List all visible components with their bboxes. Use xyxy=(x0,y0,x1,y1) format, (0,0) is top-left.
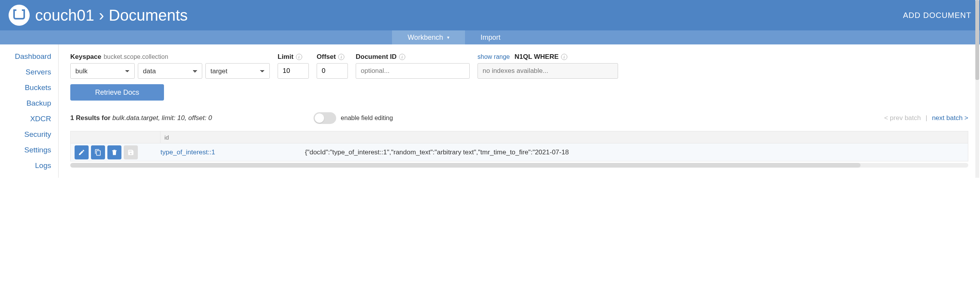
limit-label: Limit i xyxy=(278,53,309,61)
info-icon[interactable]: i xyxy=(338,54,344,60)
enable-field-editing-label: enable field editing xyxy=(341,115,393,122)
document-id-input[interactable] xyxy=(356,63,470,79)
tab-bar: Workbench ▾ Import xyxy=(0,30,980,44)
enable-field-editing-toggle[interactable] xyxy=(314,112,336,124)
batch-divider: | xyxy=(925,114,927,122)
sidebar-item-security[interactable]: Security xyxy=(24,130,51,139)
horizontal-scrollbar[interactable] xyxy=(70,163,968,168)
offset-input[interactable] xyxy=(317,63,348,79)
sidebar-item-backup[interactable]: Backup xyxy=(27,99,51,108)
delete-icon[interactable] xyxy=(107,145,121,159)
tab-workbench[interactable]: Workbench ▾ xyxy=(392,30,465,44)
collection-select[interactable]: target xyxy=(205,63,270,79)
sidebar-item-buckets[interactable]: Buckets xyxy=(25,83,51,92)
scope-select[interactable]: data xyxy=(138,63,202,79)
tab-import-label: Import xyxy=(481,34,501,42)
sidebar-item-servers[interactable]: Servers xyxy=(26,68,51,76)
keyspace-label: Keyspace bucket.scope.collection xyxy=(70,53,270,61)
results-summary: 1 Results for bulk.data.target, limit: 1… xyxy=(70,114,212,122)
add-document-button[interactable]: ADD DOCUMENT xyxy=(903,11,971,20)
sidebar-item-dashboard[interactable]: Dashboard xyxy=(15,52,51,61)
sidebar-item-settings[interactable]: Settings xyxy=(24,146,51,154)
save-icon xyxy=(124,145,138,159)
table-row: type_of_interest::1 {"docId":"type_of_in… xyxy=(70,143,968,161)
row-json-preview: {"docId":"type_of_interest::1","random_t… xyxy=(305,149,968,156)
tab-import[interactable]: Import xyxy=(465,30,516,44)
info-icon[interactable]: i xyxy=(399,54,405,60)
tab-workbench-label: Workbench xyxy=(408,34,443,42)
results-table: id type_of_interest: xyxy=(70,131,968,168)
content-area: Keyspace bucket.scope.collection bulk da… xyxy=(59,44,980,178)
n1ql-where-input xyxy=(478,63,618,79)
logo-icon xyxy=(9,5,30,26)
info-icon[interactable]: i xyxy=(561,54,567,60)
limit-input[interactable] xyxy=(278,63,309,79)
column-id-header: id xyxy=(160,134,169,141)
info-icon[interactable]: i xyxy=(296,54,302,60)
row-id-link[interactable]: type_of_interest::1 xyxy=(160,149,305,156)
top-header: couch01 › Documents ADD DOCUMENT xyxy=(0,0,980,30)
sidebar: Dashboard Servers Buckets Backup XDCR Se… xyxy=(0,44,59,178)
bucket-select[interactable]: bulk xyxy=(70,63,135,79)
copy-icon[interactable] xyxy=(91,145,105,159)
chevron-down-icon: ▾ xyxy=(447,35,449,40)
n1ql-where-label: show range N1QL WHERE i xyxy=(478,53,618,61)
offset-label: Offset i xyxy=(317,53,348,61)
retrieve-docs-button[interactable]: Retrieve Docs xyxy=(70,84,164,101)
vertical-scrollbar[interactable] xyxy=(975,0,979,178)
next-batch-link[interactable]: next batch > xyxy=(932,114,968,122)
breadcrumb-cluster[interactable]: couch01 xyxy=(35,7,94,24)
show-range-link[interactable]: show range xyxy=(478,53,510,60)
table-header: id xyxy=(70,131,968,143)
prev-batch-link: < prev batch xyxy=(884,114,921,122)
document-id-label: Document ID i xyxy=(356,53,470,61)
sidebar-item-logs[interactable]: Logs xyxy=(35,161,51,170)
sidebar-item-xdcr[interactable]: XDCR xyxy=(30,115,51,123)
breadcrumb-section: Documents xyxy=(109,7,188,24)
chevron-right-icon: › xyxy=(99,7,104,24)
breadcrumb: couch01 › Documents xyxy=(35,7,188,24)
edit-icon[interactable] xyxy=(75,145,89,159)
